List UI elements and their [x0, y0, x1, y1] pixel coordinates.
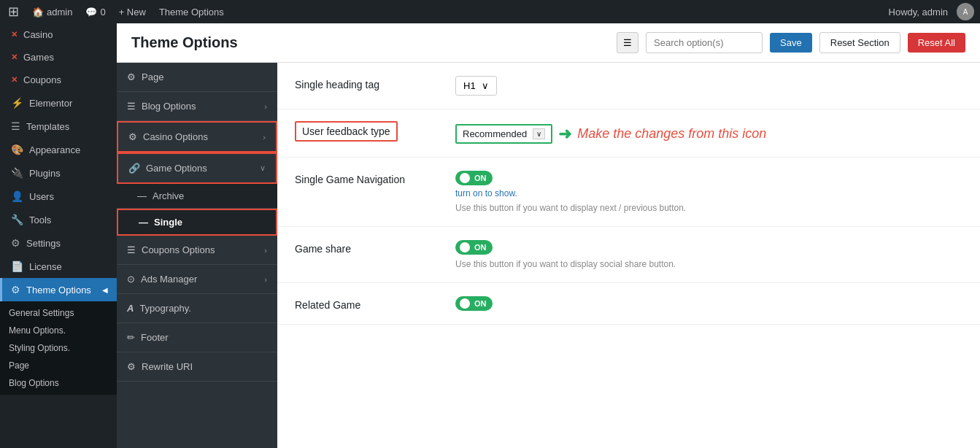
sub-link-blog-options[interactable]: Blog Options: [0, 374, 117, 392]
h1-value: H1: [463, 80, 476, 91]
admin-bar-new[interactable]: + New: [115, 0, 150, 23]
option-label-related-game: Related Game: [295, 296, 441, 311]
dash-icon: —: [137, 190, 147, 201]
sidebar-item-settings[interactable]: ⚙ Settings: [0, 231, 117, 255]
elementor-icon: ⚡: [11, 97, 23, 109]
sidebar-item-coupons[interactable]: ✕ Coupons: [0, 69, 117, 91]
nav-item-page[interactable]: ⚙ Page: [117, 63, 277, 92]
footer-nav-icon: ✏: [127, 332, 135, 343]
options-nav: ⚙ Page ☰ Blog Options › ⚙ Casino: [117, 63, 277, 448]
option-control-heading-tag: H1 ∨: [455, 76, 962, 96]
admin-bar-theme-options[interactable]: Theme Options: [155, 0, 228, 23]
game-navigation-toggle[interactable]: ON: [455, 171, 493, 185]
feedback-type-select[interactable]: Recommended ∨: [455, 124, 552, 144]
toggle-on-label-share: ON: [474, 243, 487, 252]
nav-item-coupons-options[interactable]: ☰ Coupons Options ›: [117, 236, 277, 265]
green-arrow-icon: ➜: [558, 125, 571, 144]
option-label-feedback-outlined: User feedback type: [295, 121, 398, 142]
nav-item-game-options[interactable]: 🔗 Game Options ∨: [117, 152, 277, 184]
page-header: Theme Options ☰ Save Reset Section Reset…: [117, 23, 980, 63]
sidebar-item-casino[interactable]: ✕ Casino: [0, 23, 117, 46]
sub-link-styling-options[interactable]: Styling Options.: [0, 339, 117, 357]
sidebar-item-elementor[interactable]: ⚡ Elementor: [0, 91, 117, 115]
wp-logo-icon[interactable]: ⊞: [6, 4, 20, 19]
option-row-game-navigation: Single Game Navigation ON turn on to sho…: [277, 158, 980, 227]
casino-nav-icon: ⚙: [128, 131, 137, 142]
nav-item-footer[interactable]: ✏ Footer: [117, 323, 277, 352]
admin-bar-comments[interactable]: 💬 0: [81, 0, 109, 23]
heading-tag-select[interactable]: H1 ∨: [455, 76, 497, 96]
game-share-toggle[interactable]: ON: [455, 240, 493, 255]
option-row-heading-tag: Single heading tag H1 ∨: [277, 63, 980, 109]
avatar[interactable]: A: [957, 3, 974, 20]
tools-icon: 🔧: [11, 214, 23, 225]
save-button[interactable]: Save: [770, 33, 812, 53]
sidebar-item-license[interactable]: 📄 License: [0, 255, 117, 278]
nav-sub-item-single[interactable]: — Single: [117, 209, 277, 236]
option-row-feedback-type: User feedback type Recommended ∨ ➜ Make …: [277, 109, 980, 158]
game-nav-icon: 🔗: [128, 163, 140, 174]
sidebar-sub-links: General Settings Menu Options. Styling O…: [0, 301, 117, 395]
option-row-game-share: Game share ON Use this button if you wan…: [277, 227, 980, 283]
nav-item-casino-options[interactable]: ⚙ Casino Options ›: [117, 121, 277, 152]
search-input[interactable]: [646, 32, 763, 53]
blog-nav-icon: ☰: [127, 101, 136, 112]
reset-section-button[interactable]: Reset Section: [819, 32, 900, 53]
sidebar-item-tools[interactable]: 🔧 Tools: [0, 208, 117, 231]
license-icon: 📄: [11, 260, 23, 272]
chevron-right-icon-casino: ›: [263, 133, 266, 142]
chevron-right-icon-ads: ›: [264, 275, 267, 284]
sidebar-item-theme-options[interactable]: ⚙ Theme Options ◀: [0, 278, 117, 301]
sidebar-item-games[interactable]: ✕ Games: [0, 46, 117, 69]
sidebar-item-plugins[interactable]: 🔌 Plugins: [0, 161, 117, 185]
options-panel: Single heading tag H1 ∨ User feedback ty…: [277, 63, 980, 448]
h1-chevron-icon: ∨: [482, 80, 489, 91]
dash-active-icon: —: [139, 217, 148, 228]
x-icon: ✕: [11, 75, 18, 85]
option-control-game-share: ON Use this button if you want to displa…: [455, 240, 962, 269]
admin-bar: ⊞ 🏠 admin 💬 0 + New Theme Options Howdy,…: [0, 0, 980, 23]
option-control-feedback-type: Recommended ∨ ➜ Make the changes from th…: [455, 123, 962, 144]
chevron-right-icon: ›: [264, 102, 267, 111]
theme-options-icon: ⚙: [11, 284, 20, 296]
option-desc-navigation: Use this button if you want to display n…: [455, 203, 962, 213]
sidebar-item-templates[interactable]: ☰ Templates: [0, 115, 117, 138]
sub-link-menu-options[interactable]: Menu Options.: [0, 322, 117, 339]
toggle-circle-share: [460, 242, 470, 252]
x-icon: ✕: [11, 53, 18, 62]
option-desc-share: Use this button if you want to display s…: [455, 259, 962, 269]
annotation-text: Make the changes from this icon: [577, 126, 766, 142]
nav-item-ads-manager[interactable]: ⊙ Ads Manager ›: [117, 265, 277, 294]
active-arrow-icon: ◀: [102, 286, 108, 294]
sidebar-item-appearance[interactable]: 🎨 Appearance: [0, 138, 117, 161]
option-label-game-share: Game share: [295, 240, 441, 255]
related-game-toggle[interactable]: ON: [455, 296, 493, 311]
toggle-on-label-related: ON: [474, 299, 487, 308]
annotation-area: Recommended ∨ ➜ Make the changes from th…: [455, 124, 962, 144]
menu-icon-button[interactable]: ☰: [617, 32, 638, 53]
nav-item-rewrite-uri[interactable]: ⚙ Rewrite URI: [117, 352, 277, 382]
sub-link-general-settings[interactable]: General Settings: [0, 304, 117, 322]
settings-icon: ⚙: [11, 237, 20, 249]
nav-item-blog-options[interactable]: ☰ Blog Options ›: [117, 92, 277, 121]
option-label-game-navigation: Single Game Navigation: [295, 171, 441, 185]
toggle-circle: [460, 173, 470, 183]
typography-nav-icon: A: [127, 303, 134, 314]
nav-sub-item-archive[interactable]: — Archive: [117, 184, 277, 209]
nav-item-typography[interactable]: A Typography.: [117, 294, 277, 323]
page-nav-icon: ⚙: [127, 72, 136, 82]
sub-link-page[interactable]: Page: [0, 357, 117, 374]
home-icon: 🏠: [32, 7, 44, 18]
admin-bar-home[interactable]: 🏠 admin: [28, 0, 77, 23]
reset-all-button[interactable]: Reset All: [908, 33, 965, 53]
recommended-value: Recommended: [463, 128, 527, 139]
comments-icon: 💬: [85, 7, 97, 18]
chevron-down-icon: ∨: [260, 163, 266, 173]
option-hint-navigation: turn on to show.: [455, 188, 962, 198]
plugins-icon: 🔌: [11, 167, 23, 179]
select-arrow-icon[interactable]: ∨: [533, 128, 545, 139]
sidebar: ✕ Casino ✕ Games ✕ Coupons ⚡ Elementor ☰…: [0, 23, 117, 448]
option-control-game-navigation: ON turn on to show. Use this button if y…: [455, 171, 962, 213]
coupons-nav-icon: ☰: [127, 244, 136, 255]
sidebar-item-users[interactable]: 👤 Users: [0, 185, 117, 208]
